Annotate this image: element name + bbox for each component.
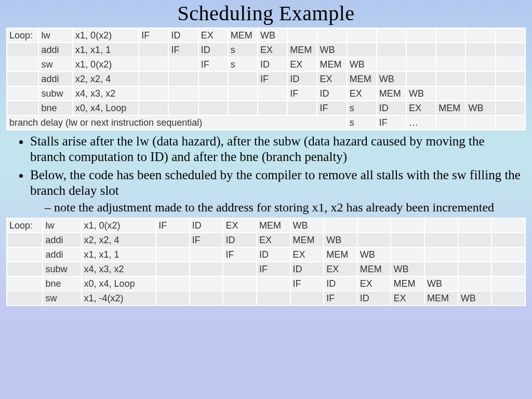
stage-cell (168, 86, 198, 101)
stage-cell (496, 72, 525, 86)
stage-cell: IF (317, 101, 347, 115)
stage-cell (406, 43, 436, 57)
stage-cell (290, 291, 324, 305)
stage-cell (347, 43, 377, 57)
stage-cell (458, 247, 492, 262)
stage-cell (491, 233, 525, 247)
stage-cell: … (406, 115, 436, 130)
stage-cell: s (228, 43, 258, 57)
arg-cell: x2, x2, 4 (82, 233, 156, 247)
stage-cell: ID (223, 233, 257, 247)
stage-cell: EX (357, 276, 391, 291)
stage-cell: MEM (228, 28, 258, 43)
stage-cell (156, 247, 190, 262)
stage-cell (496, 28, 525, 43)
stage-cell: WB (406, 86, 436, 101)
stage-cell (496, 101, 525, 115)
stage-cell (324, 218, 357, 233)
stage-cell (491, 247, 525, 262)
arg-cell: x1, 0(x2) (73, 57, 139, 72)
stage-cell (491, 262, 525, 276)
table-row: bnex0, x4, LoopIFsIDEXMEMWB (7, 101, 525, 115)
stage-cell (391, 247, 424, 262)
stage-cell (357, 218, 391, 233)
stage-cell (156, 291, 190, 305)
op-cell: addi (38, 72, 73, 86)
label-cell (7, 276, 43, 291)
stage-cell (139, 86, 168, 101)
stage-cell (466, 28, 495, 43)
stage-cell: EX (324, 262, 357, 276)
stage-cell: IF (139, 28, 168, 43)
stage-cell: EX (198, 28, 228, 43)
stage-cell (139, 57, 168, 72)
stage-cell: s (347, 101, 377, 115)
label-cell (7, 101, 38, 115)
stage-cell (436, 72, 466, 86)
stage-cell (491, 218, 525, 233)
stage-cell (317, 28, 347, 43)
stage-cell (458, 233, 492, 247)
label-cell (7, 86, 38, 101)
stage-cell (190, 291, 223, 305)
stage-cell: IF (223, 247, 257, 262)
stage-cell: IF (258, 72, 287, 86)
arg-cell: x0, x4, Loop (73, 101, 139, 115)
table-row: addix1, x1, 1IFIDEXMEMWB (7, 247, 525, 262)
footer-label-cell: branch delay (lw or next instruction seq… (7, 115, 347, 130)
bullet-list: Stalls arise after the lw (data hazard),… (19, 134, 522, 215)
stage-cell (458, 218, 492, 233)
stage-cell (496, 57, 525, 72)
stage-cell (406, 72, 436, 86)
arg-cell: x1, 0(x2) (73, 28, 139, 43)
stage-cell (496, 86, 525, 101)
stage-cell: WB (458, 291, 492, 305)
stage-cell (466, 57, 495, 72)
stage-cell (258, 101, 287, 115)
table-row: addix2, x2, 4IFIDEXMEMWB (7, 233, 525, 247)
stage-cell (190, 247, 223, 262)
stage-cell: ID (257, 247, 290, 262)
stage-cell (496, 43, 525, 57)
table-row: swx1, -4(x2)IFIDEXMEMWB (7, 291, 525, 305)
stage-cell (466, 72, 495, 86)
stage-cell (391, 218, 424, 233)
label-cell (7, 291, 43, 305)
arg-cell: x1, -4(x2) (82, 291, 156, 305)
stage-cell: EX (290, 247, 324, 262)
stage-cell (347, 28, 377, 43)
table-row: subwx4, x3, x2IFIDEXMEMWB (7, 86, 525, 101)
op-cell: bne (38, 101, 73, 115)
stage-cell (228, 101, 258, 115)
op-cell: subw (38, 86, 73, 101)
stage-cell: IF (156, 218, 190, 233)
stage-cell: IF (287, 86, 317, 101)
stage-cell: MEM (324, 247, 357, 262)
arg-cell: x2, x2, 4 (73, 72, 139, 86)
stage-cell (228, 72, 258, 86)
op-cell: sw (43, 291, 81, 305)
stage-cell: IF (324, 291, 357, 305)
stage-cell (406, 57, 436, 72)
label-cell: Loop: (7, 28, 38, 43)
stage-cell (139, 72, 168, 86)
stage-cell (168, 72, 198, 86)
arg-cell: x4, x3, x2 (73, 86, 139, 101)
stage-cell: IF (190, 233, 223, 247)
stage-cell: IF (377, 115, 406, 130)
stage-cell (198, 86, 228, 101)
stage-cell (424, 262, 458, 276)
stage-cell (168, 57, 198, 72)
stage-cell (168, 101, 198, 115)
stage-cell (466, 115, 495, 130)
label-cell: Loop: (7, 218, 43, 233)
stage-cell: ID (290, 262, 324, 276)
label-cell (7, 247, 43, 262)
stage-cell (458, 276, 492, 291)
stage-cell (391, 233, 424, 247)
stage-cell: MEM (436, 101, 466, 115)
table-row: addix1, x1, 1IFIDsEXMEMWB (7, 43, 525, 57)
stage-cell: ID (168, 28, 198, 43)
op-cell: lw (38, 28, 73, 43)
stage-cell: EX (347, 86, 377, 101)
